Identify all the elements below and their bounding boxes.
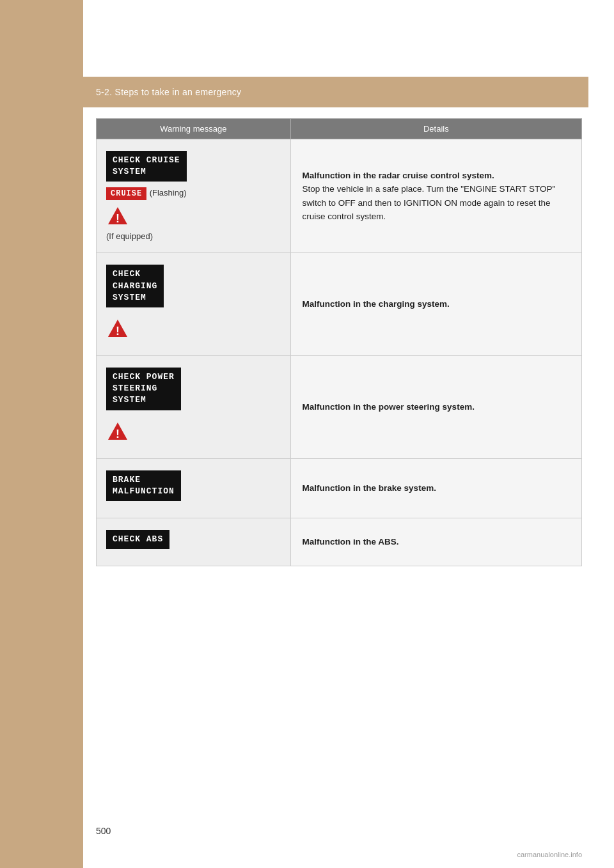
table-row: CHECK ABS Malfunction in the ABS. [97,518,582,566]
cruise-badge: CRUISE [106,187,146,200]
warning-triangle-icon: ! [106,318,129,341]
left-sidebar [0,0,83,868]
col-warning-header: Warning message [97,119,291,139]
warning-cell-power-steering: CHECK POWERSTEERINGSYSTEM ! [97,355,291,458]
detail-text-abs: Malfunction in the ABS. [303,537,399,546]
detail-text-charging: Malfunction in the charging system. [303,299,450,309]
header-bar: 5-2. Steps to take in an emergency [83,77,588,107]
warning-triangle-icon: ! [106,421,129,444]
detail-bold-abs: Malfunction in the ABS. [303,537,399,546]
table-row: CHECK POWERSTEERINGSYSTEM ! Malfunction … [97,355,582,458]
warning-display-power-steering: CHECK POWERSTEERINGSYSTEM [106,368,181,410]
table-row: CHECKCHARGINGSYSTEM ! Malfunction in the… [97,253,582,356]
page-number: 500 [96,826,111,836]
warning-cell-brake: BRAKEMALFUNCTION [97,458,291,518]
warning-display-charging: CHECKCHARGINGSYSTEM [106,265,164,307]
svg-text:!: ! [116,212,120,225]
page-container: 5-2. Steps to take in an emergency Warni… [0,0,614,868]
flashing-text: (Flashing) [150,188,187,198]
main-content: Warning message Details CHECK CRUISESYST… [96,118,582,804]
detail-text-brake: Malfunction in the brake system. [303,483,436,493]
warning-cell-charging: CHECKCHARGINGSYSTEM ! [97,253,291,356]
table-row: BRAKEMALFUNCTION Malfunction in the brak… [97,458,582,518]
warning-display-brake: BRAKEMALFUNCTION [106,470,181,501]
detail-bold-charging: Malfunction in the charging system. [303,299,450,309]
header-title: 5-2. Steps to take in an emergency [96,87,241,97]
detail-cell-brake: Malfunction in the brake system. [290,458,581,518]
warning-triangle-icon: ! [106,205,129,228]
svg-text:!: ! [116,428,120,440]
warning-display-cruise: CHECK CRUISESYSTEM [106,151,187,182]
detail-cell-abs: Malfunction in the ABS. [290,518,581,566]
warning-display-abs: CHECK ABS [106,530,169,549]
detail-text-power-steering: Malfunction in the power steering system… [303,402,475,412]
detail-cell-power-steering: Malfunction in the power steering system… [290,355,581,458]
detail-bold-cruise: Malfunction in the radar cruise control … [303,171,494,180]
detail-text-cruise: Malfunction in the radar cruise control … [303,171,556,222]
col-details-header: Details [290,119,581,139]
warning-cell-cruise: CHECK CRUISESYSTEM CRUISE (Flashing) ! (… [97,139,291,253]
if-equipped-text: (If equipped) [106,231,281,241]
watermark: carmanualonline.info [517,851,582,858]
svg-text:!: ! [116,325,120,337]
detail-bold-power-steering: Malfunction in the power steering system… [303,402,475,412]
detail-cell-charging: Malfunction in the charging system. [290,253,581,356]
warning-cell-abs: CHECK ABS [97,518,291,566]
warning-table: Warning message Details CHECK CRUISESYST… [96,118,582,566]
detail-cell-cruise: Malfunction in the radar cruise control … [290,139,581,253]
table-row: CHECK CRUISESYSTEM CRUISE (Flashing) ! (… [97,139,582,253]
detail-bold-brake: Malfunction in the brake system. [303,483,436,493]
